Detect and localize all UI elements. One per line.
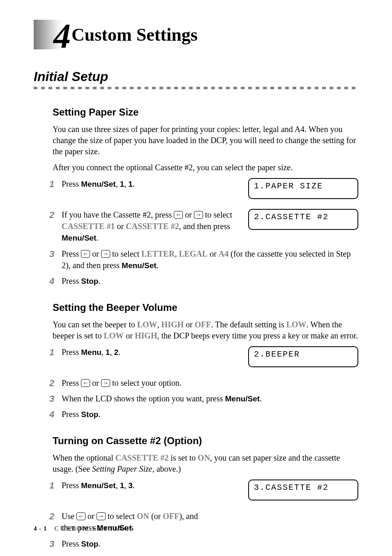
footer-label: CUSTOM SETTINGS: [55, 525, 136, 532]
gray-text: ON: [137, 512, 149, 521]
right-arrow-icon: →: [97, 512, 106, 520]
lcd-display: 1.PAPER SIZE: [248, 178, 358, 199]
chapter-title: Custom Settings: [71, 24, 198, 45]
bold: Menu/Set: [122, 261, 156, 270]
subsection-heading: Setting the Beeper Volume: [53, 302, 358, 313]
gray-text: ON: [198, 453, 210, 462]
left-arrow-icon: ←: [174, 211, 183, 219]
bold: Menu/Set: [81, 481, 115, 490]
body-text: After you connect the optional Cassette …: [53, 162, 358, 173]
text: ,: [116, 481, 120, 490]
text: or: [115, 222, 126, 231]
text: .: [98, 410, 100, 419]
step-list: 1 Press Menu, 1, 2. 2.BEEPER 2 Press ← o…: [49, 346, 358, 420]
step-body: Press Menu/Set, 1, 1.: [62, 178, 248, 190]
page-footer: 4 - 1CUSTOM SETTINGS: [34, 525, 135, 532]
step-list: 1 Press Menu/Set, 1, 3. 3.CASSETTE #2 2 …: [49, 480, 358, 549]
chapter-number: 4: [53, 19, 71, 53]
bold: 1: [120, 481, 125, 490]
chapter-header: 4 Custom Settings: [34, 20, 358, 49]
step-body: If you have the Cassette #2, press ← or …: [62, 209, 248, 244]
bold: Stop: [81, 410, 98, 419]
step-row: 1 Press Menu, 1, 2. 2.BEEPER: [49, 346, 358, 373]
gray-text: HIGH: [161, 320, 184, 329]
text: You can set the beeper to: [53, 320, 137, 329]
bold: Stop: [81, 277, 98, 285]
text: to select: [106, 512, 137, 521]
text: ,: [157, 320, 161, 329]
italic-text: Setting Paper Size: [92, 464, 152, 473]
step-body: Press Stop.: [62, 275, 358, 287]
subsection-paper-size: Setting Paper Size You can use three siz…: [53, 107, 358, 287]
step-row: 2 If you have the Cassette #2, press ← o…: [49, 209, 358, 244]
step-number: 1: [49, 480, 62, 491]
text: to select: [203, 210, 232, 219]
text: .: [260, 394, 262, 403]
text: Press: [62, 348, 81, 357]
text: or: [208, 249, 219, 258]
text: or: [90, 249, 101, 258]
step-body: Press Menu, 1, 2.: [62, 346, 248, 358]
text: , the DCP beeps every time you press a k…: [157, 331, 358, 340]
text: ,: [124, 481, 128, 490]
gray-text: CASSETTE #1: [62, 222, 115, 231]
text: ,: [101, 348, 106, 357]
text: .: [157, 261, 159, 270]
text: Press: [62, 179, 81, 188]
dotted-rule: [34, 87, 358, 89]
step-number: 3: [49, 538, 62, 549]
gray-text: HIGH: [135, 331, 157, 340]
text: ,: [116, 179, 120, 188]
lcd-display: 3.CASSETTE #2: [248, 480, 358, 500]
text: Press: [62, 481, 81, 490]
step-row: 4 Press Stop.: [49, 275, 358, 287]
text: .: [98, 539, 100, 548]
step-row: 1 Press Menu/Set, 1, 1. 1.PAPER SIZE: [49, 178, 358, 205]
subsection-beeper: Setting the Beeper Volume You can set th…: [53, 302, 358, 420]
text: or: [90, 378, 101, 387]
right-arrow-icon: →: [101, 250, 110, 258]
gray-text: LOW: [137, 320, 157, 329]
step-body: Press Menu/Set, 1, 3.: [62, 480, 248, 491]
text: , and then press: [179, 222, 230, 231]
gray-text: LETTER, LEGAL: [141, 249, 208, 258]
step-number: 2: [49, 209, 62, 220]
text: .: [98, 276, 100, 285]
gray-text: OFF: [195, 320, 211, 329]
lcd-display: 2.CASSETTE #2: [248, 209, 358, 230]
step-body: Press ← or → to select LETTER, LEGAL or …: [62, 248, 358, 271]
bold: Menu: [81, 348, 101, 357]
bold: Menu/Set: [62, 234, 96, 242]
text: or: [184, 320, 195, 329]
step-number: 2: [49, 510, 62, 522]
text: (or: [149, 512, 163, 521]
step-row: 3 When the LCD shows the option you want…: [49, 393, 358, 405]
text: Press: [62, 378, 81, 387]
gray-text: CASSETTE #2: [115, 453, 169, 462]
bold: Menu/Set: [225, 394, 260, 403]
chapter-badge: 4: [34, 20, 63, 49]
left-arrow-icon: ←: [81, 379, 90, 387]
lcd-column: 2.CASSETTE #2: [248, 209, 358, 236]
text: When the LCD shows the option you want, …: [62, 394, 225, 403]
text: . The default setting is: [211, 320, 286, 329]
text: If you have the Cassette #2, press: [62, 210, 174, 219]
text: Press: [62, 539, 81, 548]
gray-text: LOW: [286, 320, 307, 329]
step-body: Press Stop.: [62, 538, 358, 550]
text: Press: [62, 249, 81, 258]
step-number: 2: [49, 377, 62, 389]
body-text: You can use three sizes of paper for pri…: [53, 124, 358, 157]
step-body: When the LCD shows the option you want, …: [62, 393, 358, 405]
lcd-display: 2.BEEPER: [248, 346, 358, 367]
step-row: 1 Press Menu/Set, 1, 3. 3.CASSETTE #2: [49, 480, 358, 506]
page-number: 4 - 1: [34, 525, 47, 532]
gray-text: CASSETTE #2: [126, 222, 179, 231]
step-list: 1 Press Menu/Set, 1, 1. 1.PAPER SIZE 2 I…: [49, 178, 358, 287]
bold: 1: [128, 180, 133, 188]
right-arrow-icon: →: [101, 379, 110, 387]
text: .: [118, 348, 120, 357]
text: ,: [110, 348, 114, 357]
text: ,: [124, 179, 128, 188]
bold: 2: [114, 348, 118, 357]
